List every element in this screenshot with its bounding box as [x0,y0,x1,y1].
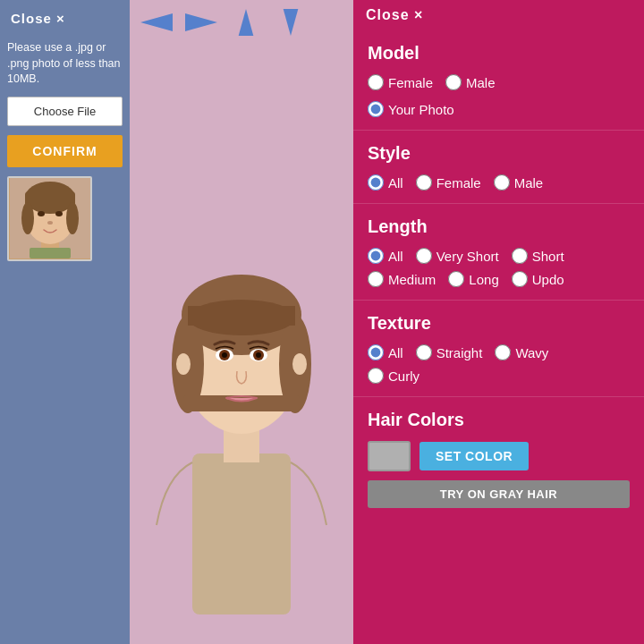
svg-marker-11 [140,13,173,31]
svg-point-30 [256,352,261,358]
texture-straight-radio[interactable] [416,344,432,360]
svg-point-27 [222,352,227,358]
texture-wavy-label[interactable]: Wavy [515,345,548,360]
length-all-radio[interactable] [368,248,384,264]
svg-marker-13 [239,9,254,36]
length-medium-option: Medium [368,271,436,287]
center-area [130,0,353,644]
model-yourphoto-radio[interactable] [368,101,384,117]
style-male-radio[interactable] [494,174,510,191]
length-medium-radio[interactable] [368,271,384,287]
left-sidebar: Close × Please use a .jpg or .png photo … [0,0,130,644]
style-female-radio[interactable] [416,174,432,191]
confirm-button[interactable]: CONFIRM [7,135,123,167]
length-long-label[interactable]: Long [469,272,498,287]
texture-all-radio[interactable] [368,344,384,360]
texture-straight-option: Straight [416,344,483,360]
style-male-label[interactable]: Male [514,175,544,191]
length-short-radio[interactable] [512,248,528,264]
model-male-radio[interactable] [445,74,462,90]
length-section-title: Length [368,216,630,237]
texture-radio-group-row2: Curly [368,368,630,384]
svg-marker-14 [284,9,299,36]
svg-point-8 [55,211,63,216]
model-yourphoto-label[interactable]: Your Photo [388,102,454,117]
length-short-label[interactable]: Short [532,249,564,264]
navigation-arrows [130,0,353,47]
style-all-option: All [368,174,403,191]
model-yourphoto-option: Your Photo [368,101,621,117]
length-veryshort-label[interactable]: Very Short [436,249,499,264]
texture-all-label[interactable]: All [388,345,403,360]
texture-curly-label[interactable]: Curly [388,369,419,384]
arrow-left-button[interactable] [139,7,174,40]
hair-color-swatch[interactable] [368,441,411,471]
arrow-down-button[interactable] [273,7,309,40]
svg-rect-16 [192,453,291,614]
model-female-label[interactable]: Female [388,75,433,90]
length-updo-radio[interactable] [512,271,528,287]
length-veryshort-option: Very Short [416,248,499,264]
length-radio-group-row1: All Very Short Short [368,248,630,264]
texture-section: Texture All Straight Wavy Curly [353,301,644,397]
svg-marker-12 [185,13,217,31]
model-svg [139,78,344,614]
style-section: Style All Female Male [353,131,644,204]
texture-wavy-option: Wavy [495,344,548,360]
length-updo-option: Updo [512,271,564,287]
set-color-button[interactable]: SET COLOR [419,442,529,470]
right-close-bar: Close × [353,0,644,30]
texture-radio-group-row1: All Straight Wavy [368,344,630,360]
right-arrow-icon [185,9,217,36]
length-all-option: All [368,248,403,264]
length-all-label[interactable]: All [388,249,403,264]
length-short-option: Short [512,248,564,264]
texture-wavy-radio[interactable] [495,344,511,360]
style-radio-group: All Female Male [368,174,630,191]
svg-rect-4 [25,191,75,209]
model-female-option: Female [368,74,433,90]
style-all-label[interactable]: All [388,175,403,191]
up-arrow-icon [230,9,262,36]
try-gray-hair-button[interactable]: TRY ON GRAY HAIR [368,480,630,508]
svg-point-31 [176,353,191,375]
svg-point-5 [21,202,34,234]
svg-rect-10 [30,248,71,258]
texture-straight-label[interactable]: Straight [436,345,483,360]
style-male-option: Male [494,174,544,191]
close-button-right[interactable]: Close × [366,7,423,23]
close-button-left[interactable]: Close × [7,9,69,28]
model-male-label[interactable]: Male [466,75,496,90]
svg-point-6 [66,202,79,234]
hair-color-row: SET COLOR [368,441,630,471]
length-long-radio[interactable] [448,271,464,287]
texture-curly-option: Curly [368,368,419,384]
arrow-right-button[interactable] [183,7,219,40]
style-section-title: Style [368,143,630,164]
length-long-option: Long [448,271,498,287]
model-section: Model Female Male Your Photo [353,30,644,131]
model-display-area [130,47,353,644]
length-medium-label[interactable]: Medium [388,272,436,287]
hair-colors-title: Hair Colors [368,410,630,430]
length-veryshort-radio[interactable] [416,248,432,264]
thumbnail-image [10,178,90,258]
style-female-label[interactable]: Female [436,175,481,191]
sidebar-info-text: Please use a .jpg or .png photo of less … [7,40,123,88]
right-panel: Close × Model Female Male Your Photo Sty… [353,0,644,644]
left-arrow-icon [140,9,173,36]
texture-section-title: Texture [368,313,630,334]
length-updo-label[interactable]: Updo [532,272,564,287]
svg-rect-22 [183,395,300,411]
texture-curly-radio[interactable] [368,368,384,384]
arrow-up-button[interactable] [228,7,264,40]
down-arrow-icon [275,9,307,36]
hair-colors-section: Hair Colors SET COLOR TRY ON GRAY HAIR [353,397,644,521]
model-female-radio[interactable] [368,74,384,90]
choose-file-button[interactable]: Choose File [7,97,123,126]
length-radio-group-row2: Medium Long Updo [368,271,630,287]
style-all-radio[interactable] [368,174,384,191]
svg-point-9 [47,221,53,225]
model-male-option: Male [445,74,496,90]
style-female-option: Female [416,174,481,191]
